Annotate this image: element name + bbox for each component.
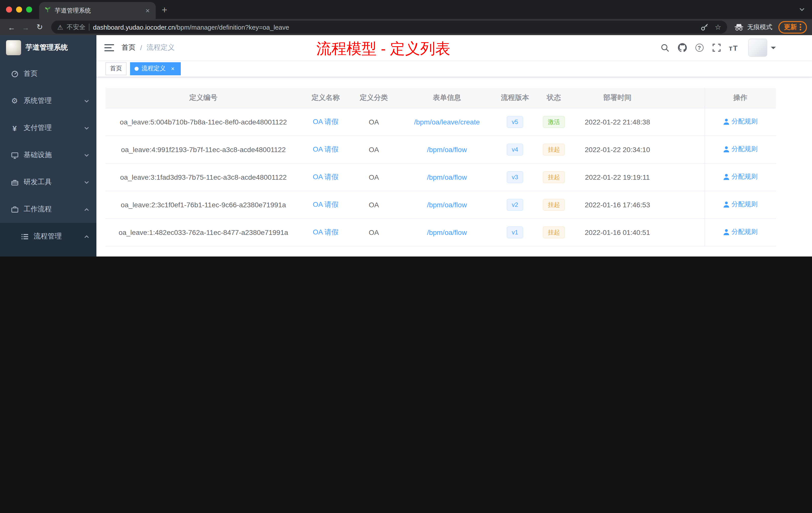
column-header-form: 表单信息	[398, 88, 496, 108]
search-icon[interactable]	[659, 35, 671, 60]
omnibox-divider	[89, 24, 89, 31]
not-secure-warning-icon: ⚠	[57, 23, 63, 31]
form-link[interactable]: /bpm/oa/flow	[427, 201, 467, 209]
tab-search-chevron-icon[interactable]	[799, 6, 805, 12]
version-tag[interactable]: v1	[507, 226, 523, 238]
breadcrumb-current: 流程定义	[147, 43, 175, 52]
sidebar-collapse-icon[interactable]	[96, 44, 121, 52]
address-bar[interactable]: ⚠ 不安全 dashboard.yudao.iocoder.cn/bpm/man…	[51, 21, 727, 34]
assign-rule-button[interactable]: 分配规则	[723, 145, 758, 154]
sidebar-item-process-management[interactable]: 流程管理	[0, 223, 96, 250]
logo-title: 芋道管理系统	[26, 43, 68, 52]
chevron-up-icon	[84, 207, 89, 212]
form-link[interactable]: /bpm/oa/flow	[427, 228, 467, 236]
macos-close-button[interactable]	[6, 6, 12, 12]
password-key-icon[interactable]	[701, 23, 709, 31]
sidebar-item-process-forms[interactable]: 流程表单	[0, 250, 96, 256]
browser-toolbar: ← → ↻ ⚠ 不安全 dashboard.yudao.iocoder.cn/b…	[0, 19, 812, 35]
github-icon[interactable]	[676, 35, 689, 60]
briefcase-icon	[10, 206, 19, 213]
page-annotation-title: 流程模型 - 定义列表	[316, 39, 450, 59]
status-badge: 挂起	[543, 199, 565, 211]
reload-button[interactable]: ↻	[33, 23, 46, 32]
cell-definition-id: oa_leave:3:1fad3d93-7b75-11ec-a3c8-acde4…	[106, 163, 301, 191]
definition-name-link[interactable]: OA 请假	[313, 117, 339, 125]
sidebar-item-home[interactable]: 首页	[0, 60, 96, 87]
version-tag[interactable]: v5	[507, 116, 523, 128]
app-navbar: 首页 / 流程定义 流程模型 - 定义列表 ? тT	[96, 35, 812, 60]
forward-button[interactable]: →	[19, 23, 32, 31]
browser-update-button[interactable]: 更新	[778, 21, 807, 33]
version-tag[interactable]: v3	[507, 171, 523, 183]
column-header-category: 定义分类	[350, 88, 398, 108]
back-button[interactable]: ←	[5, 23, 18, 31]
table-row: oa_leave:2:3c1f0ef1-76b1-11ec-9c66-a2380…	[106, 191, 776, 218]
workflow-submenu: 流程管理 流程表单 用户分组 流程模型	[0, 223, 96, 256]
chevron-down-icon	[84, 98, 89, 104]
browser-chrome: 芋道管理系统 × + ← → ↻ ⚠ 不安全 dashboard.yudao.i…	[0, 0, 812, 35]
fullscreen-icon[interactable]	[710, 35, 723, 60]
tag-close-icon[interactable]: ×	[169, 65, 176, 72]
definition-name-link[interactable]: OA 请假	[313, 200, 339, 208]
form-link[interactable]: /bpm/oa/leave/create	[414, 118, 480, 126]
browser-menu-dots-icon[interactable]	[800, 24, 802, 31]
list-icon	[20, 233, 29, 240]
browser-tab[interactable]: 芋道管理系统 ×	[39, 2, 156, 19]
chevron-up-icon	[84, 234, 89, 239]
sidebar-item-workflow[interactable]: 工作流程	[0, 196, 96, 223]
sidebar-logo[interactable]: 芋道管理系统	[0, 35, 96, 60]
table-row: oa_leave:4:991f2193-7b7f-11ec-a3c8-acde4…	[106, 135, 776, 163]
version-tag[interactable]: v2	[507, 199, 523, 211]
cell-deploy-time: 2022-01-22 21:48:38	[574, 108, 661, 135]
cell-deploy-time: 2022-01-22 19:19:11	[574, 163, 661, 191]
yen-icon: ¥	[10, 124, 19, 132]
dashboard-icon	[10, 70, 19, 78]
breadcrumb-home[interactable]: 首页	[121, 43, 136, 52]
form-link[interactable]: /bpm/oa/flow	[427, 173, 467, 181]
toolbox-icon	[10, 178, 19, 186]
user-menu[interactable]	[748, 39, 776, 57]
sidebar-item-system-management[interactable]: ⚙ 系统管理	[0, 87, 96, 115]
not-secure-label: 不安全	[66, 23, 85, 31]
tag-process-definition[interactable]: 流程定义 ×	[130, 62, 181, 75]
macos-minimize-button[interactable]	[16, 6, 22, 12]
active-tag-dot	[135, 66, 139, 70]
incognito-badge: 无痕模式	[734, 23, 772, 31]
cell-category: OA	[350, 218, 398, 246]
table-row: oa_leave:1:482ec033-762a-11ec-8477-a2380…	[106, 218, 776, 246]
definition-name-link[interactable]: OA 请假	[313, 145, 339, 153]
logo-avatar	[6, 40, 21, 55]
sidebar-menu: 首页 ⚙ 系统管理 ¥ 支付管理 基础设施	[0, 60, 96, 256]
definition-name-link[interactable]: OA 请假	[313, 228, 339, 236]
form-link[interactable]: /bpm/oa/flow	[427, 145, 467, 153]
sidebar-item-payment-management[interactable]: ¥ 支付管理	[0, 115, 96, 142]
tab-favicon-icon	[44, 6, 51, 15]
incognito-icon	[734, 23, 744, 31]
macos-zoom-button[interactable]	[26, 6, 32, 12]
cell-deploy-time: 2022-01-16 01:40:51	[574, 218, 661, 246]
column-header-version: 流程版本	[496, 88, 534, 108]
help-icon[interactable]: ?	[693, 35, 705, 60]
gear-icon: ⚙	[10, 96, 19, 105]
assign-rule-button[interactable]: 分配规则	[723, 228, 758, 237]
sidebar-item-dev-tools[interactable]: 研发工具	[0, 169, 96, 196]
browser-tabstrip: 芋道管理系统 × +	[0, 0, 812, 19]
status-badge: 挂起	[543, 171, 565, 183]
bookmark-star-icon[interactable]: ☆	[715, 23, 721, 31]
definition-name-link[interactable]: OA 请假	[313, 173, 339, 180]
tag-home[interactable]: 首页	[106, 62, 126, 75]
assign-rule-button[interactable]: 分配规则	[723, 173, 758, 181]
page-content: 定义编号 定义名称 定义分类 表单信息 流程版本 状态 部署时间 操作	[96, 77, 812, 256]
assign-rule-button[interactable]: 分配规则	[723, 200, 758, 209]
sidebar-item-infrastructure[interactable]: 基础设施	[0, 142, 96, 169]
cell-definition-id: oa_leave:2:3c1f0ef1-76b1-11ec-9c66-a2380…	[106, 191, 301, 218]
table-row: oa_leave:5:004b710b-7b8a-11ec-8ef0-acde4…	[106, 108, 776, 135]
status-badge: 激活	[543, 116, 565, 128]
new-tab-button[interactable]: +	[162, 4, 167, 16]
app-window: 芋道管理系统 首页 ⚙ 系统管理 ¥ 支付管理	[0, 35, 812, 256]
tab-close-icon[interactable]: ×	[144, 6, 152, 14]
font-size-icon[interactable]: тT	[727, 35, 740, 60]
assign-rule-button[interactable]: 分配规则	[723, 117, 758, 126]
caret-down-icon	[771, 47, 776, 52]
version-tag[interactable]: v4	[507, 143, 523, 155]
